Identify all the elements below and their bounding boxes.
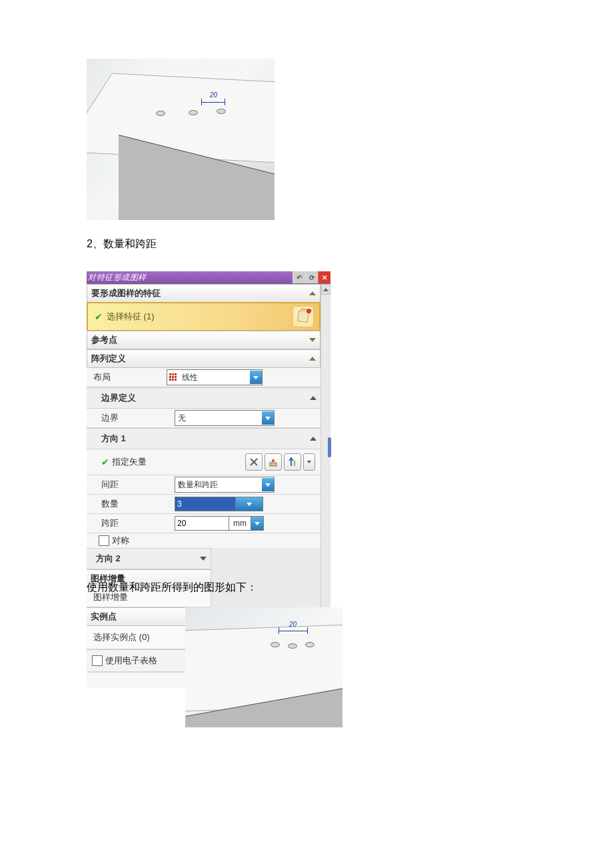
span-spinner[interactable]: [251, 516, 264, 531]
direction1-header[interactable]: 方向 1: [87, 428, 320, 449]
chevron-up-icon: [309, 357, 316, 361]
spacing-dropdown[interactable]: 数量和跨距: [175, 477, 275, 493]
dimension-label-1: 20: [210, 91, 217, 99]
linear-pattern-icon: [169, 373, 178, 382]
span-input[interactable]: [175, 516, 229, 531]
titlebar-undo-icon[interactable]: ↶: [293, 271, 305, 283]
layout-row: 布局 线性: [87, 368, 320, 387]
vector-infer-button[interactable]: [245, 453, 263, 471]
count-spinner[interactable]: [235, 497, 263, 511]
vector-reverse-button[interactable]: [284, 453, 301, 471]
chevron-up-icon: [310, 396, 316, 400]
svg-rect-2: [270, 463, 277, 466]
vector-menu-button[interactable]: [303, 453, 315, 471]
titlebar-close-icon[interactable]: ✕: [318, 271, 330, 283]
svg-point-3: [272, 459, 275, 462]
use-spreadsheet-checkbox[interactable]: [92, 655, 103, 666]
symmetric-row: 对称: [87, 533, 320, 548]
spacing-row: 间距 数量和跨距: [87, 475, 320, 495]
layout-dropdown[interactable]: 线性: [167, 369, 263, 385]
section-heading: 2、数量和跨距: [87, 237, 526, 251]
feature-cube-icon[interactable]: [293, 306, 314, 327]
overlay-caption: 使用数量和跨距所得到的图形如下：: [87, 581, 257, 595]
viewport-screenshot-2: 20: [185, 607, 342, 727]
span-row: 跨距 mm: [87, 514, 320, 533]
symmetric-checkbox[interactable]: [99, 535, 109, 546]
span-unit: mm: [229, 516, 251, 531]
composite-wrap: 对特征形成图样 ↶ ⟳ ✕ 要形成图样的特征 ✔: [87, 271, 340, 687]
count-input[interactable]: [175, 497, 236, 511]
chevron-down-icon: [309, 338, 316, 342]
dialog-title: 对特征形成图样: [88, 272, 147, 283]
titlebar-reset-icon[interactable]: ⟳: [305, 271, 318, 283]
chevron-down-icon: [200, 557, 207, 561]
ref-point-header[interactable]: 参考点: [87, 331, 320, 349]
boundary-row: 边界 无: [87, 409, 320, 428]
direction2-header[interactable]: 方向 2: [87, 548, 211, 569]
dropdown-arrow-icon[interactable]: [262, 478, 274, 491]
section-features-header[interactable]: 要形成图样的特征: [87, 284, 320, 303]
boundary-def-header[interactable]: 边界定义: [87, 387, 320, 409]
boundary-dropdown[interactable]: 无: [175, 410, 275, 426]
dropdown-arrow-icon[interactable]: [262, 411, 274, 425]
check-icon: ✔: [95, 311, 103, 322]
dialog-titlebar: 对特征形成图样 ↶ ⟳ ✕: [87, 271, 330, 284]
count-row: 数量: [87, 495, 320, 514]
chevron-up-icon: [309, 291, 316, 295]
vector-options-button[interactable]: [265, 453, 282, 471]
viewport-screenshot-1: 20: [87, 59, 275, 220]
chevron-up-icon: [310, 437, 316, 441]
check-icon: ✔: [101, 457, 109, 467]
dropdown-arrow-icon[interactable]: [250, 371, 262, 384]
array-def-header[interactable]: 阵列定义: [87, 349, 320, 368]
vector-row: ✔ 指定矢量: [87, 449, 320, 475]
select-feature-row[interactable]: ✔ 选择特征 (1): [87, 302, 320, 331]
